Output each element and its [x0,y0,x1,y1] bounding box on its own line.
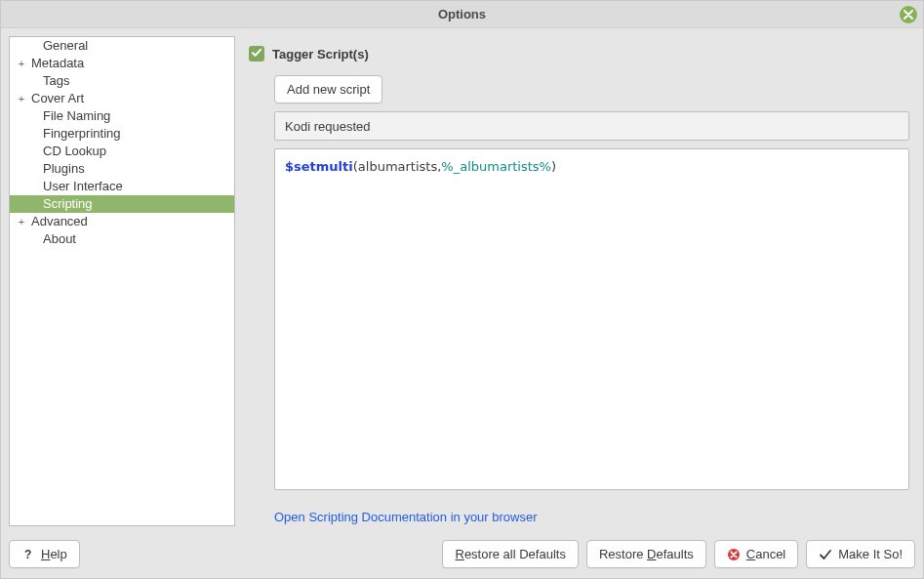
tagger-script-label: Tagger Script(s) [272,47,369,62]
cancel-icon [727,548,741,561]
restore-defaults-button[interactable]: Restore Defaults [586,540,706,568]
token-plain: (albumartists, [353,159,442,174]
script-name-input[interactable] [274,111,909,141]
sidebar-item-label: CD Lookup [29,143,106,160]
sidebar-item-advanced[interactable]: +Advanced [10,213,234,230]
sidebar-item-label: Fingerprinting [29,125,121,143]
sidebar-item-user-interface[interactable]: User Interface [10,178,234,195]
tagger-script-toggle-row: Tagger Script(s) [249,46,909,62]
titlebar: Options [1,1,923,28]
help-button[interactable]: ? Help [9,540,80,568]
sidebar-item-fingerprinting[interactable]: Fingerprinting [10,125,234,143]
restore-all-defaults-button[interactable]: Restore all Defaults [442,540,578,568]
scripting-docs-link[interactable]: Open Scripting Documentation in your bro… [274,510,909,524]
add-new-script-label: Add new script [287,82,370,97]
sidebar-item-label: General [29,37,88,55]
sidebar-item-label: Advanced [29,213,88,230]
make-it-so-label: Make It So! [838,547,903,561]
sidebar-item-scripting[interactable]: Scripting [10,195,234,213]
sidebar-item-label: Plugins [29,160,85,178]
options-window: Options General+MetadataTags+Cover ArtFi… [0,0,924,579]
sidebar-item-label: About [29,230,76,248]
expander-icon[interactable]: + [16,55,27,72]
token-plain: ) [551,159,556,174]
close-icon [904,8,913,22]
tagger-script-checkbox[interactable] [249,46,264,62]
close-button[interactable] [900,6,917,23]
dialog-footer: ? Help Restore all Defaults Restore Defa… [1,534,923,578]
check-icon [251,47,262,62]
script-editor[interactable]: $setmulti(albumartists,%_albumartists%) [274,148,909,490]
sidebar-item-label: File Naming [29,107,110,125]
sidebar-item-file-naming[interactable]: File Naming [10,107,234,125]
sidebar-item-general[interactable]: General [10,37,234,55]
sidebar-item-label: Cover Art [29,90,84,107]
sidebar-item-metadata[interactable]: +Metadata [10,55,234,72]
restore-defaults-label: Restore Defaults [599,547,694,561]
sidebar-item-about[interactable]: About [10,230,234,248]
add-new-script-button[interactable]: Add new script [274,75,382,103]
scripting-content: Add new script $setmulti(albumartists,%_… [249,75,909,526]
sidebar-item-cd-lookup[interactable]: CD Lookup [10,143,234,160]
svg-text:?: ? [24,548,31,561]
cancel-button[interactable]: Cancel [714,540,798,568]
sidebar-item-label: Scripting [29,195,93,213]
token-func: $setmulti [285,159,353,174]
expander-icon[interactable]: + [16,213,27,230]
sidebar-item-label: Tags [29,72,69,90]
restore-all-label: Restore all Defaults [455,547,565,561]
main-panel: Tagger Script(s) Add new script $setmult… [249,36,915,526]
sidebar-item-cover-art[interactable]: +Cover Art [10,90,234,107]
make-it-so-button[interactable]: Make It So! [806,540,915,568]
cancel-label: Cancel [746,547,785,561]
window-title: Options [438,7,486,21]
sidebar-item-label: Metadata [29,55,84,72]
sidebar-item-label: User Interface [29,178,123,195]
question-icon: ? [21,548,35,561]
sidebar-item-plugins[interactable]: Plugins [10,160,234,178]
token-var: %_albumartists% [441,159,551,174]
expander-icon[interactable]: + [16,90,27,107]
check-icon [819,548,832,561]
window-body: General+MetadataTags+Cover ArtFile Namin… [1,28,923,534]
sidebar-item-tags[interactable]: Tags [10,72,234,90]
options-tree[interactable]: General+MetadataTags+Cover ArtFile Namin… [9,36,235,526]
add-script-row: Add new script [274,75,909,103]
help-label: Help [41,547,67,561]
